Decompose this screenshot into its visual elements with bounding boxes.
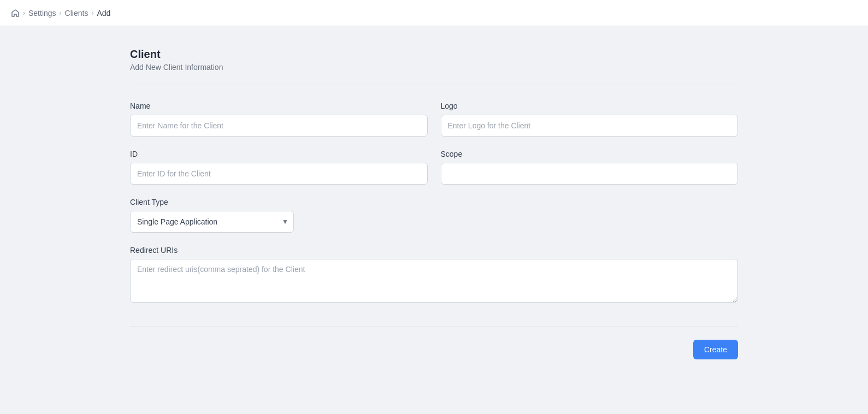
id-scope-row: ID Scope [130, 150, 738, 185]
home-icon[interactable] [11, 9, 20, 17]
bottom-divider [130, 326, 738, 327]
name-group: Name [130, 102, 428, 137]
topbar: › Settings › Clients › Add [0, 0, 868, 26]
name-logo-row: Name Logo [130, 102, 738, 137]
breadcrumb: › Settings › Clients › Add [11, 9, 110, 17]
client-type-select[interactable]: Single Page Application Web Application … [130, 211, 294, 233]
breadcrumb-chevron-2: › [60, 9, 62, 17]
logo-label: Logo [441, 102, 739, 110]
name-label: Name [130, 102, 428, 110]
redirect-uris-label: Redirect URIs [130, 246, 738, 255]
top-divider [130, 85, 738, 85]
scope-group: Scope [441, 150, 739, 185]
logo-input[interactable] [441, 115, 739, 137]
create-button[interactable]: Create [693, 340, 738, 359]
logo-group: Logo [441, 102, 739, 137]
name-input[interactable] [130, 115, 428, 137]
id-input[interactable] [130, 163, 428, 185]
breadcrumb-clients[interactable]: Clients [65, 9, 88, 17]
page-title: Client [130, 48, 738, 61]
actions-row: Create [130, 340, 738, 359]
client-type-section: Client Type Single Page Application Web … [130, 198, 738, 233]
client-type-select-wrapper: Single Page Application Web Application … [130, 211, 294, 233]
id-label: ID [130, 150, 428, 158]
breadcrumb-chevron-3: › [91, 9, 93, 17]
client-form: Name Logo ID Scope Client Type [130, 102, 738, 304]
id-group: ID [130, 150, 428, 185]
scope-label: Scope [441, 150, 739, 158]
client-type-label: Client Type [130, 198, 738, 206]
breadcrumb-add: Add [97, 9, 110, 17]
breadcrumb-settings[interactable]: Settings [28, 9, 56, 17]
breadcrumb-chevron-1: › [23, 9, 25, 17]
redirect-uris-section: Redirect URIs [130, 246, 738, 304]
main-content: Client Add New Client Information Name L… [0, 26, 868, 414]
scope-input[interactable] [441, 163, 739, 185]
redirect-uris-input[interactable] [130, 259, 738, 303]
page-subtitle: Add New Client Information [130, 63, 738, 72]
